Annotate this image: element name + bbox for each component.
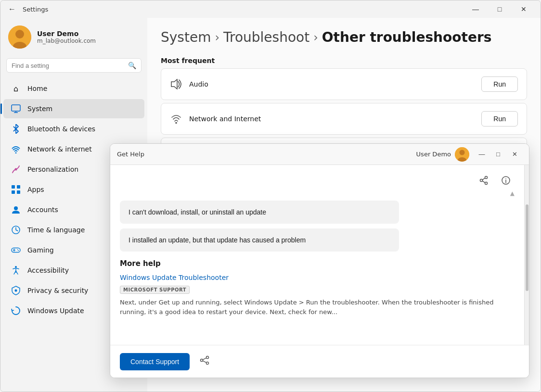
scroll-top-indicator: ▲ bbox=[120, 190, 515, 197]
more-help-title: More help bbox=[120, 259, 515, 268]
help-link[interactable]: Windows Update Troubleshooter bbox=[120, 274, 515, 281]
breadcrumb-system[interactable]: System bbox=[161, 29, 211, 45]
sidebar-item-label: System bbox=[27, 105, 52, 113]
svg-line-41 bbox=[203, 358, 206, 360]
title-bar-left: ← Settings bbox=[6, 3, 48, 15]
get-help-footer: Contact Support bbox=[110, 345, 529, 378]
accounts-icon bbox=[11, 205, 21, 215]
get-help-body: ▲ I can't download, install, or uninstal… bbox=[110, 165, 529, 345]
get-help-window: Get Help User Demo — □ ✕ bbox=[110, 143, 529, 378]
troubleshoot-audio: Audio Run bbox=[161, 68, 527, 100]
breadcrumb-sep1: › bbox=[215, 31, 219, 44]
svg-point-40 bbox=[206, 362, 209, 365]
get-help-scroll[interactable]: ▲ I can't download, install, or uninstal… bbox=[110, 165, 524, 345]
windowsupdate-icon bbox=[11, 306, 21, 316]
svg-point-30 bbox=[485, 177, 488, 179]
breadcrumb-troubleshoot[interactable]: Troubleshoot bbox=[223, 29, 309, 45]
get-help-close[interactable]: ✕ bbox=[507, 148, 522, 161]
user-profile[interactable]: User Demo m_lab@outlook.com bbox=[0, 18, 147, 58]
contact-support-button[interactable]: Contact Support bbox=[120, 353, 190, 370]
sidebar-item-label: Home bbox=[27, 85, 47, 92]
suggestion-btn-1[interactable]: I installed an update, but that update h… bbox=[120, 228, 399, 252]
sidebar-item-label: Accounts bbox=[27, 206, 58, 214]
user-email: m_lab@outlook.com bbox=[37, 38, 96, 44]
svg-rect-9 bbox=[17, 185, 20, 189]
suggestion-btn-0[interactable]: I can't download, install, or uninstall … bbox=[120, 201, 399, 224]
svg-point-1 bbox=[15, 30, 24, 38]
close-button[interactable]: ✕ bbox=[513, 1, 535, 17]
network-run-button[interactable]: Run bbox=[481, 111, 518, 126]
window-title: Settings bbox=[23, 6, 48, 13]
audio-label: Audio bbox=[189, 80, 208, 88]
svg-point-18 bbox=[18, 250, 19, 251]
user-info: User Demo m_lab@outlook.com bbox=[37, 30, 96, 44]
audio-icon bbox=[170, 78, 182, 90]
get-help-minimize[interactable]: — bbox=[474, 148, 489, 161]
breadcrumb-current: Other troubleshooters bbox=[322, 29, 492, 45]
scrollbar-thumb[interactable] bbox=[526, 204, 528, 291]
svg-point-28 bbox=[460, 150, 465, 155]
footer-share-button[interactable] bbox=[196, 352, 213, 371]
sidebar-item-home[interactable]: ⌂ Home bbox=[3, 79, 144, 98]
title-bar: ← Settings — □ ✕ bbox=[0, 0, 541, 18]
sidebar-item-label: Windows Update bbox=[27, 307, 84, 315]
sidebar-item-label: Network & internet bbox=[27, 145, 92, 153]
time-icon bbox=[11, 225, 21, 235]
search-input[interactable] bbox=[12, 62, 124, 69]
personalization-icon bbox=[11, 164, 21, 174]
gaming-icon bbox=[11, 245, 21, 255]
get-help-maximize[interactable]: □ bbox=[490, 148, 506, 161]
svg-line-33 bbox=[482, 178, 485, 180]
back-button[interactable]: ← bbox=[6, 3, 18, 15]
audio-run-button[interactable]: Run bbox=[481, 76, 518, 92]
home-icon: ⌂ bbox=[11, 84, 21, 93]
svg-point-25 bbox=[175, 122, 177, 124]
scrollbar[interactable] bbox=[524, 165, 529, 345]
svg-point-19 bbox=[15, 266, 17, 268]
network-item-icon bbox=[170, 113, 182, 125]
sidebar-item-label: Apps bbox=[27, 186, 44, 193]
ms-badge: MICROSOFT SUPPORT bbox=[120, 286, 190, 294]
get-help-toolbar bbox=[120, 172, 515, 189]
svg-point-12 bbox=[14, 206, 18, 210]
get-help-user-name: User Demo bbox=[416, 151, 451, 158]
apps-icon bbox=[11, 185, 21, 194]
search-icon: 🔍 bbox=[128, 62, 136, 69]
svg-point-6 bbox=[15, 152, 17, 154]
svg-point-37 bbox=[505, 178, 506, 179]
sidebar-item-label: Bluetooth & devices bbox=[27, 125, 95, 133]
get-help-title: Get Help bbox=[117, 151, 144, 158]
svg-point-32 bbox=[485, 182, 488, 185]
svg-line-34 bbox=[482, 181, 485, 183]
get-help-avatar bbox=[455, 147, 469, 162]
network-icon bbox=[11, 144, 21, 154]
share-tool-button[interactable] bbox=[475, 172, 492, 189]
sidebar-item-bluetooth[interactable]: Bluetooth & devices bbox=[3, 119, 144, 139]
network-label: Network and Internet bbox=[189, 115, 261, 123]
sidebar-item-label: Personalization bbox=[27, 165, 78, 173]
maximize-button[interactable]: □ bbox=[489, 1, 511, 17]
svg-point-17 bbox=[17, 249, 18, 250]
svg-point-39 bbox=[201, 359, 203, 362]
privacy-icon bbox=[11, 286, 21, 295]
get-help-user: User Demo bbox=[416, 147, 469, 162]
minimize-button[interactable]: — bbox=[464, 1, 487, 17]
troubleshoot-network: Network and Internet Run bbox=[161, 103, 527, 135]
svg-marker-24 bbox=[171, 79, 177, 89]
system-icon bbox=[11, 104, 21, 114]
user-name: User Demo bbox=[37, 30, 96, 38]
sidebar-item-label: Privacy & security bbox=[27, 287, 88, 294]
avatar bbox=[8, 25, 31, 49]
sidebar-item-label: Time & language bbox=[27, 226, 85, 234]
svg-rect-10 bbox=[12, 190, 15, 194]
bluetooth-icon bbox=[11, 124, 21, 134]
svg-rect-3 bbox=[12, 105, 20, 111]
sidebar-item-system[interactable]: System bbox=[3, 99, 144, 118]
window-controls: — □ ✕ bbox=[464, 1, 535, 17]
svg-point-31 bbox=[480, 179, 483, 182]
svg-point-38 bbox=[206, 356, 209, 359]
help-description: Next, under Get up and running, select W… bbox=[120, 298, 515, 316]
info-tool-button[interactable] bbox=[497, 172, 515, 189]
get-help-titlebar: Get Help User Demo — □ ✕ bbox=[110, 144, 529, 165]
search-box[interactable]: 🔍 bbox=[6, 58, 142, 73]
